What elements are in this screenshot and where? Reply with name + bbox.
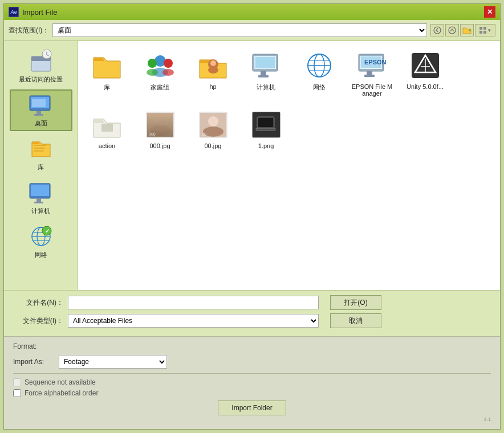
library-icon <box>29 137 54 162</box>
svg-point-35 <box>208 67 218 73</box>
file-item-action[interactable]: action <box>83 105 131 153</box>
file-grid: 库 家庭组 <box>83 46 495 153</box>
sidebar-item-computer[interactable]: 计算机 <box>10 177 72 219</box>
file-item-computer[interactable]: 计算机 <box>242 46 290 100</box>
file-item-library[interactable]: 库 <box>83 46 131 100</box>
import-as-label: Import As: <box>13 358 59 366</box>
sequence-row: Sequence not available <box>13 378 491 386</box>
file-label-library: 库 <box>104 83 110 92</box>
file-label-1png: 1.png <box>258 142 274 149</box>
svg-rect-13 <box>36 111 41 114</box>
desktop-icon <box>29 93 54 118</box>
svg-rect-38 <box>261 71 266 75</box>
svg-rect-15 <box>32 99 46 107</box>
import-as-row: Import As: Footage Composition Compositi… <box>13 355 491 369</box>
svg-point-0 <box>434 27 441 34</box>
file-label-homegroup: 家庭组 <box>151 83 169 92</box>
sidebar-network-label: 网络 <box>35 251 47 259</box>
cancel-btn-wrapper: 取消 <box>324 313 381 328</box>
filetype-select[interactable]: All Acceptable Files <box>68 314 319 328</box>
computer-icon <box>29 181 54 206</box>
svg-text:▾: ▾ <box>488 27 491 33</box>
file-item-epson[interactable]: EPSON EPSON File Manager <box>348 46 396 100</box>
svg-text:EPSON: EPSON <box>364 59 387 66</box>
ae-icon: Ae <box>9 7 19 17</box>
sidebar-computer-label: 计算机 <box>31 207 50 215</box>
file-icon-network <box>303 49 336 82</box>
title-bar: Ae Import File ✕ <box>4 4 500 20</box>
svg-rect-40 <box>255 57 275 68</box>
svg-rect-18 <box>36 198 41 202</box>
sequence-checkbox[interactable] <box>13 378 21 386</box>
title-bar-left: Ae Import File <box>9 7 57 17</box>
file-icon-action <box>91 108 124 141</box>
divider <box>13 373 491 374</box>
file-label-unity: Unity 5.0.0f... <box>407 83 444 90</box>
sidebar-item-network[interactable]: ✓ 网络 <box>10 221 72 263</box>
force-alpha-checkbox[interactable] <box>13 389 21 397</box>
file-item-000jpg[interactable]: 000 000.jpg <box>136 105 184 153</box>
svg-text:+: + <box>469 28 471 32</box>
sidebar-item-recent[interactable]: 最近访问的位置 <box>10 46 72 87</box>
svg-rect-39 <box>258 75 269 77</box>
lower-section: Format: Import As: Footage Composition C… <box>4 336 500 429</box>
file-label-network: 网络 <box>313 83 326 92</box>
file-item-homegroup[interactable]: 家庭组 <box>136 46 184 100</box>
view-button[interactable]: ▾ <box>475 24 495 36</box>
file-icon-computer <box>250 49 283 82</box>
file-label-00jpg: 00.jpg <box>205 142 222 149</box>
new-folder-button[interactable]: + <box>460 24 474 36</box>
svg-rect-6 <box>483 31 486 34</box>
up-icon <box>448 26 456 34</box>
location-select[interactable]: 桌面 <box>52 23 427 37</box>
open-button[interactable]: 打开(O) <box>330 295 381 310</box>
file-icon-epson: EPSON <box>356 49 389 82</box>
up-button[interactable] <box>445 24 459 36</box>
file-label-epson: EPSON File Manager <box>351 83 393 97</box>
file-icon-000jpg: 000 <box>144 108 177 141</box>
file-item-network[interactable]: 网络 <box>295 46 343 100</box>
svg-text:✓: ✓ <box>45 228 50 234</box>
file-icon-library <box>91 49 124 82</box>
sequence-label: Sequence not available <box>25 378 96 386</box>
sidebar-item-desktop[interactable]: 桌面 <box>10 89 72 131</box>
force-alpha-label: Force alphabetical order <box>25 389 98 397</box>
svg-point-29 <box>164 59 173 68</box>
import-as-select[interactable]: Footage Composition Composition - Retain… <box>59 355 167 369</box>
svg-rect-49 <box>364 75 375 77</box>
back-icon <box>433 26 441 34</box>
import-file-dialog: Ae Import File ✕ 查找范围(I)： 桌面 <box>3 3 501 430</box>
close-button[interactable]: ✕ <box>484 6 495 18</box>
file-item-00jpg[interactable]: 00 00.jpg <box>189 105 237 153</box>
file-icon-1png <box>250 108 283 141</box>
new-folder-icon: + <box>462 26 472 34</box>
network-icon: ✓ <box>29 224 54 250</box>
svg-text:00: 00 <box>202 132 206 136</box>
sidebar-desktop-label: 桌面 <box>35 119 47 128</box>
import-folder-button[interactable]: Import Folder <box>218 401 286 415</box>
file-area[interactable]: 库 家庭组 <box>78 41 500 290</box>
file-label-hp: hp <box>209 83 216 90</box>
svg-point-34 <box>210 60 216 66</box>
main-area: 最近访问的位置 桌面 <box>4 41 500 290</box>
file-icon-homegroup <box>144 49 177 82</box>
bottom-form: 文件名(N)： 打开(O) 文件类型(I)： All Acceptable Fi… <box>4 290 500 336</box>
cancel-button[interactable]: 取消 <box>330 313 381 328</box>
file-item-hp[interactable]: hp <box>189 46 237 100</box>
svg-rect-3 <box>479 27 482 30</box>
svg-rect-4 <box>483 27 486 30</box>
search-scope-label: 查找范围(I)： <box>9 26 49 35</box>
back-button[interactable] <box>430 24 444 36</box>
sidebar-item-library[interactable]: 库 <box>10 133 72 175</box>
svg-point-1 <box>449 27 456 34</box>
filename-input[interactable] <box>68 296 319 309</box>
file-icon-00jpg: 00 <box>197 108 230 141</box>
format-label: Format: <box>13 342 491 350</box>
window-title: Import File <box>22 8 57 17</box>
recent-icon <box>29 49 54 74</box>
file-item-unity[interactable]: Unity 5.0.0f... <box>401 46 449 100</box>
filename-label: 文件名(N)： <box>11 298 68 308</box>
svg-rect-71 <box>258 118 273 127</box>
svg-rect-5 <box>479 31 482 34</box>
file-item-1png[interactable]: 1.png <box>242 105 290 153</box>
